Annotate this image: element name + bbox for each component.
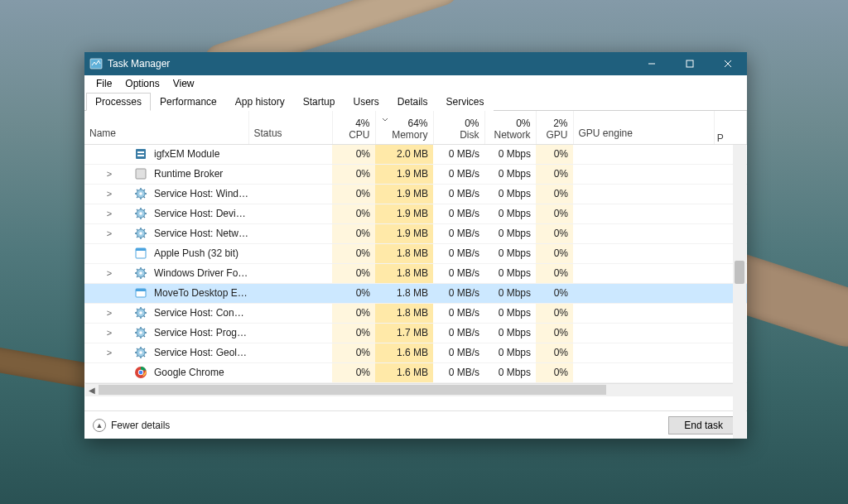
- tab-users[interactable]: Users: [344, 93, 388, 111]
- svg-line-71: [137, 336, 138, 338]
- col-gpu-engine[interactable]: GPU engine: [573, 111, 714, 144]
- cell-disk: 0 MB/s: [433, 263, 484, 283]
- end-task-button[interactable]: End task: [668, 416, 739, 434]
- cell-gpu-engine: [573, 204, 714, 223]
- cell-net: 0 Mbps: [484, 283, 536, 303]
- process-name: Service Host: Connected Device...: [152, 303, 248, 323]
- menu-options[interactable]: Options: [118, 76, 166, 91]
- cell-mem: 1.9 MB: [375, 164, 433, 184]
- gear-icon: [134, 223, 152, 243]
- svg-point-20: [139, 212, 142, 215]
- table-row[interactable]: >Service Host: Program Compati...0%1.7 M…: [84, 323, 747, 343]
- fewer-details-label: Fewer details: [111, 420, 170, 431]
- fewer-details-link[interactable]: ▲ Fewer details: [93, 419, 170, 432]
- cell-disk: 0 MB/s: [433, 362, 484, 382]
- cell-net: 0 Mbps: [484, 362, 536, 382]
- process-table: Name Status 4% CPU 64% Memory 0% Disk: [84, 111, 747, 383]
- table-row[interactable]: >Service Host: Network List Service0%1.9…: [84, 223, 747, 243]
- svg-rect-2: [687, 60, 693, 67]
- table-row[interactable]: >Runtime Broker0%1.9 MB0 MB/s0 Mbps0%: [84, 164, 747, 184]
- process-name: Service Host: Device Associatio...: [152, 204, 248, 223]
- cell-cpu: 0%: [332, 243, 375, 263]
- cell-disk: 0 MB/s: [433, 243, 484, 263]
- footer-bar: ▲ Fewer details End task: [84, 410, 747, 439]
- process-status: [248, 263, 332, 283]
- col-status[interactable]: Status: [248, 111, 332, 144]
- maximize-button[interactable]: [671, 52, 709, 75]
- svg-line-61: [137, 316, 138, 318]
- tab-details[interactable]: Details: [388, 93, 437, 111]
- table-row[interactable]: >Service Host: Connected Device...0%1.8 …: [84, 303, 747, 323]
- expand-toggle[interactable]: >: [84, 303, 134, 323]
- expand-toggle[interactable]: >: [84, 164, 134, 184]
- menu-view[interactable]: View: [166, 76, 201, 91]
- col-gpu[interactable]: 2% GPU: [536, 111, 573, 144]
- tab-services[interactable]: Services: [437, 93, 494, 111]
- table-row[interactable]: >Service Host: Geolocation Service0%1.6 …: [84, 343, 747, 362]
- table-row[interactable]: Apple Push (32 bit)0%1.8 MB0 MB/s0 Mbps0…: [84, 243, 747, 263]
- menubar: File Options View: [84, 75, 747, 92]
- titlebar[interactable]: Task Manager: [84, 52, 747, 75]
- cell-net: 0 Mbps: [484, 303, 536, 323]
- vertical-scrollbar[interactable]: [733, 145, 746, 439]
- svg-line-28: [144, 209, 146, 211]
- cell-net: 0 Mbps: [484, 144, 536, 164]
- horizontal-scrollbar[interactable]: ◀ ▶: [85, 383, 746, 396]
- col-name[interactable]: Name: [84, 111, 248, 144]
- svg-rect-40: [136, 248, 146, 251]
- cell-disk: 0 MB/s: [433, 144, 484, 164]
- expand-toggle[interactable]: >: [84, 323, 134, 343]
- process-name: Service Host: Windows Push No...: [152, 184, 248, 204]
- table-row[interactable]: Google Chrome0%1.6 MB0 MB/s0 Mbps0%: [84, 362, 747, 382]
- menu-file[interactable]: File: [89, 76, 118, 91]
- svg-line-47: [137, 269, 138, 271]
- cell-cpu: 0%: [332, 362, 375, 382]
- svg-rect-5: [136, 149, 146, 159]
- svg-rect-6: [137, 151, 144, 153]
- col-overflow[interactable]: P: [714, 111, 746, 144]
- svg-line-70: [144, 336, 146, 338]
- cell-disk: 0 MB/s: [433, 303, 484, 323]
- cell-gpu-engine: [573, 362, 714, 382]
- table-row[interactable]: >Service Host: Windows Push No...0%1.9 M…: [84, 184, 747, 204]
- table-row[interactable]: >Windows Driver Foundation - U...0%1.8 M…: [84, 263, 747, 283]
- expand-toggle[interactable]: >: [84, 223, 134, 243]
- col-disk[interactable]: 0% Disk: [433, 111, 484, 144]
- window-title: Task Manager: [108, 58, 170, 70]
- expand-toggle[interactable]: >: [84, 263, 134, 283]
- table-row[interactable]: MoveTo Desktop Extension (32 ...0%1.8 MB…: [84, 283, 747, 303]
- table-row[interactable]: >Service Host: Device Associatio...0%1.9…: [84, 204, 747, 223]
- minimize-button[interactable]: [633, 52, 671, 75]
- cell-cpu: 0%: [332, 184, 375, 204]
- cell-mem: 1.9 MB: [375, 184, 433, 204]
- expand-toggle[interactable]: >: [84, 204, 134, 223]
- col-memory[interactable]: 64% Memory: [375, 111, 433, 144]
- svg-line-79: [137, 348, 138, 350]
- svg-line-62: [144, 309, 146, 310]
- module-icon: [134, 144, 152, 164]
- cell-gpu: 0%: [536, 362, 573, 382]
- cell-gpu-engine: [573, 184, 714, 204]
- cell-disk: 0 MB/s: [433, 164, 484, 184]
- cell-gpu: 0%: [536, 263, 573, 283]
- close-button[interactable]: [709, 52, 747, 75]
- process-status: [248, 283, 332, 303]
- tab-app-history[interactable]: App history: [226, 93, 294, 111]
- col-network[interactable]: 0% Network: [484, 111, 536, 144]
- expand-toggle[interactable]: >: [84, 184, 134, 204]
- svg-line-26: [144, 217, 146, 218]
- cell-disk: 0 MB/s: [433, 223, 484, 243]
- expand-toggle[interactable]: >: [84, 343, 134, 362]
- col-cpu[interactable]: 4% CPU: [332, 111, 375, 144]
- svg-line-38: [144, 229, 146, 231]
- scroll-left-icon[interactable]: ◀: [85, 383, 99, 396]
- table-row[interactable]: igfxEM Module0%2.0 MB0 MB/s0 Mbps0%: [84, 144, 747, 164]
- tab-processes[interactable]: Processes: [86, 93, 151, 111]
- cell-cpu: 0%: [332, 164, 375, 184]
- cell-mem: 1.8 MB: [375, 263, 433, 283]
- tab-startup[interactable]: Startup: [294, 93, 344, 111]
- svg-point-74: [139, 351, 142, 354]
- expand-toggle: [84, 144, 134, 164]
- cell-cpu: 0%: [332, 283, 375, 303]
- tab-performance[interactable]: Performance: [151, 93, 226, 111]
